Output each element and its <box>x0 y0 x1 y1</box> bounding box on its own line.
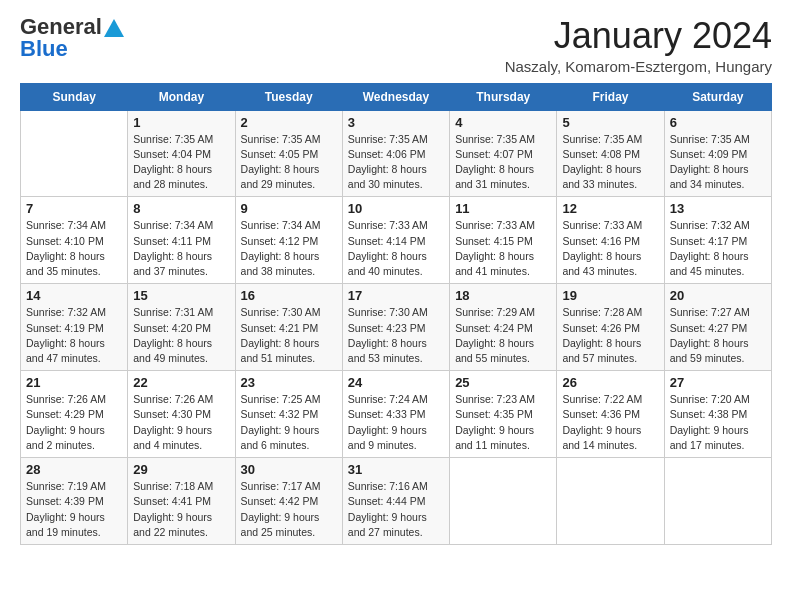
day-info: Sunrise: 7:33 AMSunset: 4:14 PMDaylight:… <box>348 218 444 279</box>
day-info: Sunrise: 7:35 AMSunset: 4:09 PMDaylight:… <box>670 132 766 193</box>
calendar-header: SundayMondayTuesdayWednesdayThursdayFrid… <box>21 83 772 110</box>
day-info: Sunrise: 7:20 AMSunset: 4:38 PMDaylight:… <box>670 392 766 453</box>
calendar-cell: 10Sunrise: 7:33 AMSunset: 4:14 PMDayligh… <box>342 197 449 284</box>
day-number: 17 <box>348 288 444 303</box>
day-number: 10 <box>348 201 444 216</box>
calendar-cell: 20Sunrise: 7:27 AMSunset: 4:27 PMDayligh… <box>664 284 771 371</box>
calendar-cell: 16Sunrise: 7:30 AMSunset: 4:21 PMDayligh… <box>235 284 342 371</box>
day-number: 3 <box>348 115 444 130</box>
day-number: 6 <box>670 115 766 130</box>
calendar-cell: 3Sunrise: 7:35 AMSunset: 4:06 PMDaylight… <box>342 110 449 197</box>
month-title: January 2024 <box>505 16 772 56</box>
day-info: Sunrise: 7:32 AMSunset: 4:19 PMDaylight:… <box>26 305 122 366</box>
day-info: Sunrise: 7:24 AMSunset: 4:33 PMDaylight:… <box>348 392 444 453</box>
day-info: Sunrise: 7:32 AMSunset: 4:17 PMDaylight:… <box>670 218 766 279</box>
day-number: 27 <box>670 375 766 390</box>
weekday-header: Thursday <box>450 83 557 110</box>
day-info: Sunrise: 7:26 AMSunset: 4:29 PMDaylight:… <box>26 392 122 453</box>
day-number: 21 <box>26 375 122 390</box>
calendar-cell: 27Sunrise: 7:20 AMSunset: 4:38 PMDayligh… <box>664 371 771 458</box>
day-info: Sunrise: 7:19 AMSunset: 4:39 PMDaylight:… <box>26 479 122 540</box>
day-number: 5 <box>562 115 658 130</box>
day-number: 30 <box>241 462 337 477</box>
day-number: 18 <box>455 288 551 303</box>
day-number: 15 <box>133 288 229 303</box>
day-info: Sunrise: 7:30 AMSunset: 4:23 PMDaylight:… <box>348 305 444 366</box>
calendar-cell: 21Sunrise: 7:26 AMSunset: 4:29 PMDayligh… <box>21 371 128 458</box>
day-number: 7 <box>26 201 122 216</box>
logo-triangle-icon <box>104 19 124 37</box>
logo-blue: Blue <box>20 36 68 62</box>
calendar-cell: 13Sunrise: 7:32 AMSunset: 4:17 PMDayligh… <box>664 197 771 284</box>
weekday-row: SundayMondayTuesdayWednesdayThursdayFrid… <box>21 83 772 110</box>
day-number: 25 <box>455 375 551 390</box>
day-info: Sunrise: 7:35 AMSunset: 4:04 PMDaylight:… <box>133 132 229 193</box>
weekday-header: Tuesday <box>235 83 342 110</box>
calendar-cell: 11Sunrise: 7:33 AMSunset: 4:15 PMDayligh… <box>450 197 557 284</box>
day-info: Sunrise: 7:25 AMSunset: 4:32 PMDaylight:… <box>241 392 337 453</box>
day-number: 19 <box>562 288 658 303</box>
weekday-header: Monday <box>128 83 235 110</box>
calendar-table: SundayMondayTuesdayWednesdayThursdayFrid… <box>20 83 772 545</box>
calendar-cell: 12Sunrise: 7:33 AMSunset: 4:16 PMDayligh… <box>557 197 664 284</box>
day-info: Sunrise: 7:34 AMSunset: 4:11 PMDaylight:… <box>133 218 229 279</box>
calendar-week-row: 7Sunrise: 7:34 AMSunset: 4:10 PMDaylight… <box>21 197 772 284</box>
day-info: Sunrise: 7:29 AMSunset: 4:24 PMDaylight:… <box>455 305 551 366</box>
logo: General Blue <box>20 16 124 62</box>
day-info: Sunrise: 7:17 AMSunset: 4:42 PMDaylight:… <box>241 479 337 540</box>
calendar-cell: 28Sunrise: 7:19 AMSunset: 4:39 PMDayligh… <box>21 458 128 545</box>
calendar-cell: 18Sunrise: 7:29 AMSunset: 4:24 PMDayligh… <box>450 284 557 371</box>
day-number: 13 <box>670 201 766 216</box>
location: Naszaly, Komarom-Esztergom, Hungary <box>505 58 772 75</box>
day-info: Sunrise: 7:18 AMSunset: 4:41 PMDaylight:… <box>133 479 229 540</box>
day-number: 9 <box>241 201 337 216</box>
calendar-cell: 30Sunrise: 7:17 AMSunset: 4:42 PMDayligh… <box>235 458 342 545</box>
day-info: Sunrise: 7:33 AMSunset: 4:15 PMDaylight:… <box>455 218 551 279</box>
calendar-cell: 1Sunrise: 7:35 AMSunset: 4:04 PMDaylight… <box>128 110 235 197</box>
day-info: Sunrise: 7:35 AMSunset: 4:07 PMDaylight:… <box>455 132 551 193</box>
day-number: 1 <box>133 115 229 130</box>
logo-general: General <box>20 16 102 38</box>
day-info: Sunrise: 7:35 AMSunset: 4:06 PMDaylight:… <box>348 132 444 193</box>
calendar-cell: 29Sunrise: 7:18 AMSunset: 4:41 PMDayligh… <box>128 458 235 545</box>
calendar-cell: 31Sunrise: 7:16 AMSunset: 4:44 PMDayligh… <box>342 458 449 545</box>
calendar-cell: 15Sunrise: 7:31 AMSunset: 4:20 PMDayligh… <box>128 284 235 371</box>
calendar-body: 1Sunrise: 7:35 AMSunset: 4:04 PMDaylight… <box>21 110 772 544</box>
calendar-cell: 14Sunrise: 7:32 AMSunset: 4:19 PMDayligh… <box>21 284 128 371</box>
day-info: Sunrise: 7:31 AMSunset: 4:20 PMDaylight:… <box>133 305 229 366</box>
day-number: 11 <box>455 201 551 216</box>
day-info: Sunrise: 7:23 AMSunset: 4:35 PMDaylight:… <box>455 392 551 453</box>
day-info: Sunrise: 7:35 AMSunset: 4:08 PMDaylight:… <box>562 132 658 193</box>
day-number: 23 <box>241 375 337 390</box>
calendar-cell: 26Sunrise: 7:22 AMSunset: 4:36 PMDayligh… <box>557 371 664 458</box>
day-number: 28 <box>26 462 122 477</box>
title-section: January 2024 Naszaly, Komarom-Esztergom,… <box>505 16 772 75</box>
calendar-cell: 2Sunrise: 7:35 AMSunset: 4:05 PMDaylight… <box>235 110 342 197</box>
weekday-header: Friday <box>557 83 664 110</box>
day-info: Sunrise: 7:22 AMSunset: 4:36 PMDaylight:… <box>562 392 658 453</box>
day-number: 4 <box>455 115 551 130</box>
weekday-header: Saturday <box>664 83 771 110</box>
day-info: Sunrise: 7:28 AMSunset: 4:26 PMDaylight:… <box>562 305 658 366</box>
calendar-cell <box>557 458 664 545</box>
calendar-cell: 22Sunrise: 7:26 AMSunset: 4:30 PMDayligh… <box>128 371 235 458</box>
day-number: 29 <box>133 462 229 477</box>
day-number: 22 <box>133 375 229 390</box>
day-number: 20 <box>670 288 766 303</box>
day-number: 16 <box>241 288 337 303</box>
day-number: 2 <box>241 115 337 130</box>
calendar-cell: 5Sunrise: 7:35 AMSunset: 4:08 PMDaylight… <box>557 110 664 197</box>
calendar-cell: 6Sunrise: 7:35 AMSunset: 4:09 PMDaylight… <box>664 110 771 197</box>
day-info: Sunrise: 7:35 AMSunset: 4:05 PMDaylight:… <box>241 132 337 193</box>
calendar-cell <box>664 458 771 545</box>
day-number: 31 <box>348 462 444 477</box>
day-info: Sunrise: 7:34 AMSunset: 4:12 PMDaylight:… <box>241 218 337 279</box>
day-number: 8 <box>133 201 229 216</box>
calendar-cell: 4Sunrise: 7:35 AMSunset: 4:07 PMDaylight… <box>450 110 557 197</box>
day-info: Sunrise: 7:33 AMSunset: 4:16 PMDaylight:… <box>562 218 658 279</box>
day-number: 12 <box>562 201 658 216</box>
day-number: 14 <box>26 288 122 303</box>
calendar-cell: 9Sunrise: 7:34 AMSunset: 4:12 PMDaylight… <box>235 197 342 284</box>
day-number: 24 <box>348 375 444 390</box>
page-header: General Blue January 2024 Naszaly, Komar… <box>20 16 772 75</box>
